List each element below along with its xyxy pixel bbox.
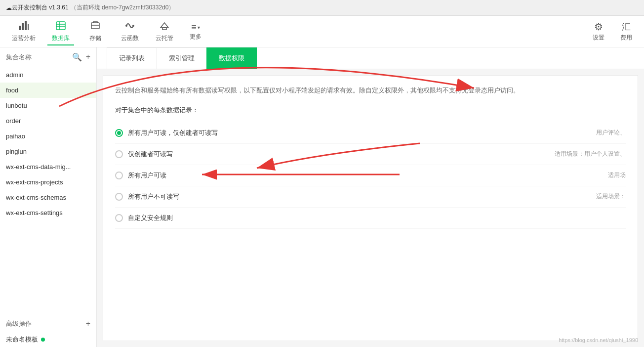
database-icon [55, 21, 66, 33]
svg-rect-1 [22, 23, 24, 30]
sidebar-add-icon[interactable]: + [86, 52, 90, 62]
env-tag: （当前环境 demo-7gw2zmftf30332d0） [71, 3, 175, 12]
title-bar: ☁ 云开发控制台 v1.3.61 （当前环境 demo-7gw2zmftf303… [0, 0, 644, 16]
svg-point-11 [132, 25, 134, 27]
tab-indexes[interactable]: 索引管理 [157, 47, 207, 69]
svg-point-10 [125, 25, 127, 27]
toolbar-label-hosting: 云托管 [156, 34, 173, 43]
more-icon: ≡ [191, 22, 197, 33]
sidebar-item-pinglun[interactable]: pinglun [0, 144, 96, 159]
toolbar-label-analytics: 运营分析 [12, 34, 36, 43]
toolbar-item-billing[interactable]: 汇 费用 [612, 18, 640, 45]
sidebar-item-lunbotu[interactable]: lunbotu [0, 98, 96, 113]
sidebar-advanced-add-icon[interactable]: + [86, 319, 90, 328]
toolbar-item-settings[interactable]: ⚙ 设置 [585, 18, 612, 45]
toolbar: 运营分析 数据库 存储 [0, 16, 644, 47]
radio-desc-1: 适用场景：用户个人设置、 [555, 150, 626, 158]
svg-rect-4 [56, 22, 65, 30]
toolbar-label-storage: 存储 [89, 34, 101, 43]
analytics-icon [18, 21, 29, 33]
radio-option-all-read-creator-write[interactable]: 所有用户可读，仅创建者可读写 用户评论、 [115, 123, 626, 144]
radio-desc-3: 适用场景： [596, 192, 626, 201]
toolbar-item-analytics[interactable]: 运营分析 [4, 18, 43, 45]
radio-label-3: 所有用户不可读写 [128, 192, 179, 201]
tab-bar: 记录列表 索引管理 数据权限 [97, 47, 644, 69]
billing-icon: 汇 [622, 21, 631, 33]
app-icon: ☁ [6, 4, 12, 11]
toolbar-label-functions: 云函数 [121, 34, 139, 43]
settings-icon: ⚙ [594, 21, 603, 33]
toolbar-label-database: 数据库 [52, 34, 70, 43]
tab-records[interactable]: 记录列表 [107, 47, 157, 69]
sidebar-advanced: 高级操作 + [0, 315, 96, 332]
radio-option-all-read[interactable]: 所有用户可读 适用场 [115, 165, 626, 186]
section-title: 对于集合中的每条数据记录： [115, 106, 626, 115]
sidebar-header-actions: 🔍 + [72, 52, 90, 62]
radio-option-custom[interactable]: 自定义安全规则 [115, 208, 626, 229]
content-panel: 云控制台和服务端始终有所有数据读写权限，以下配置仅对小程序端发起的请求有效。除自… [103, 75, 638, 341]
sidebar-item-wx-ext-cms-data-mig[interactable]: wx-ext-cms-data-mig... [0, 159, 96, 174]
sidebar-header: 集合名称 🔍 + [0, 47, 96, 67]
toolbar-item-hosting[interactable]: 云托管 [147, 18, 182, 45]
unnamed-template-dot [41, 338, 45, 342]
sidebar-item-wx-ext-cms-settings[interactable]: wx-ext-cms-settings [0, 205, 96, 220]
sidebar-list: admin food lunbotu order paihao pinglun … [0, 67, 96, 315]
svg-rect-3 [28, 24, 29, 30]
sidebar-advanced-label: 高级操作 [6, 319, 32, 328]
unnamed-template-label: 未命名模板 [6, 335, 38, 344]
content-area: 记录列表 索引管理 数据权限 云控制台和服务端始终有所有数据读写权限，以下配置仅… [97, 47, 644, 347]
sidebar-item-wx-ext-cms-projects[interactable]: wx-ext-cms-projects [0, 174, 96, 190]
radio-label-1: 仅创建者可读写 [128, 150, 173, 159]
radio-label-2: 所有用户可读 [128, 171, 166, 180]
svg-rect-0 [19, 26, 21, 30]
radio-circle-4 [115, 214, 123, 222]
app-name: 云开发控制台 v1.3.61 [12, 3, 69, 12]
svg-rect-8 [91, 23, 99, 29]
main-layout: 集合名称 🔍 + admin food lunbotu order paihao… [0, 47, 644, 347]
sidebar-item-paihao[interactable]: paihao [0, 129, 96, 144]
sidebar-search-icon[interactable]: 🔍 [72, 52, 82, 62]
more-dropdown-icon: ▾ [198, 25, 200, 30]
notice-text: 云控制台和服务端始终有所有数据读写权限，以下配置仅对小程序端发起的请求有效。除自… [115, 86, 626, 96]
toolbar-label-settings: 设置 [593, 34, 604, 42]
sidebar-item-order[interactable]: order [0, 113, 96, 129]
tab-permissions[interactable]: 数据权限 [206, 47, 257, 69]
storage-icon [90, 21, 101, 33]
sidebar-item-admin[interactable]: admin [0, 67, 96, 83]
functions-icon [124, 21, 135, 33]
toolbar-item-more[interactable]: ≡ ▾ 更多 [182, 18, 209, 45]
watermark: https://blog.csdn.net/qiushi_1990 [559, 337, 638, 343]
toolbar-label-billing: 费用 [620, 34, 632, 42]
radio-circle-1 [115, 150, 123, 158]
radio-desc-0: 用户评论、 [596, 129, 626, 137]
radio-circle-selected [115, 129, 123, 137]
hosting-icon [159, 21, 170, 33]
radio-circle-2 [115, 172, 123, 179]
radio-desc-2: 适用场 [608, 171, 626, 179]
radio-label-0: 所有用户可读，仅创建者可读写 [128, 129, 218, 137]
sidebar-item-wx-ext-cms-schemas[interactable]: wx-ext-cms-schemas [0, 190, 96, 205]
radio-circle-3 [115, 193, 123, 201]
sidebar: 集合名称 🔍 + admin food lunbotu order paihao… [0, 47, 97, 347]
unnamed-template[interactable]: 未命名模板 [0, 332, 96, 347]
toolbar-label-more: 更多 [190, 33, 201, 41]
sidebar-item-food[interactable]: food [0, 83, 96, 98]
svg-rect-2 [25, 21, 27, 30]
radio-option-creator-only[interactable]: 仅创建者可读写 适用场景：用户个人设置、 [115, 144, 626, 165]
toolbar-item-database[interactable]: 数据库 [43, 18, 78, 45]
toolbar-item-storage[interactable]: 存储 [78, 18, 113, 45]
radio-option-no-readwrite[interactable]: 所有用户不可读写 适用场景： [115, 186, 626, 208]
toolbar-item-functions[interactable]: 云函数 [113, 18, 147, 45]
sidebar-header-title: 集合名称 [6, 53, 32, 62]
radio-label-4: 自定义安全规则 [128, 214, 173, 222]
svg-rect-12 [162, 28, 166, 30]
